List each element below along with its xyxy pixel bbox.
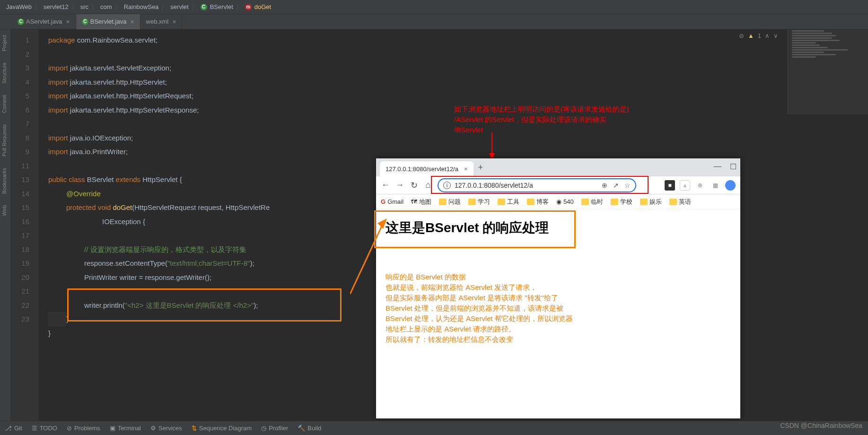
crumb-src[interactable]: src bbox=[80, 3, 88, 10]
bookmark-folder[interactable]: 问题 bbox=[439, 198, 461, 206]
red-arrow bbox=[482, 132, 501, 161]
folder-icon bbox=[468, 199, 476, 205]
bookmark-gmail[interactable]: GGmail bbox=[381, 198, 403, 205]
line-gutter: 1 2 3 4 5 6 7 8 9 11 13 14 15 16 17 18 1… bbox=[10, 29, 39, 421]
folder-icon bbox=[439, 199, 447, 205]
annotation-red-text: 如下浏览器地址栏上明明访问的是(将该请求发送给的是) /AServlet 的Se… bbox=[454, 104, 629, 135]
browser-tab-strip: 127.0.0.1:8080/servlet12/a × + — ☐ bbox=[376, 158, 740, 176]
side-web[interactable]: Web bbox=[0, 200, 10, 221]
bookmark-bar: GGmail 🗺地图 问题 学习 工具 博客 ◉540 临时 学校 娱乐 英语 bbox=[376, 194, 740, 209]
side-commit[interactable]: Commit bbox=[0, 89, 10, 119]
tab-label: AServlet.java bbox=[26, 18, 62, 25]
bookmark-folder[interactable]: 临时 bbox=[581, 198, 603, 206]
editor-tabs: C AServlet.java × C BServlet.java × web.… bbox=[0, 14, 868, 29]
folder-icon bbox=[669, 199, 677, 205]
ext-icon[interactable]: ⊕ bbox=[695, 180, 705, 191]
side-bookmarks[interactable]: Bookmarks bbox=[0, 162, 10, 200]
close-icon[interactable]: × bbox=[66, 18, 70, 26]
down-icon[interactable]: ∨ bbox=[773, 32, 778, 39]
up-icon[interactable]: ∧ bbox=[765, 32, 770, 39]
side-pull-requests[interactable]: Pull Requests bbox=[0, 119, 10, 162]
bottom-sequence[interactable]: ⇅Sequence Diagram bbox=[192, 425, 252, 432]
eye-icon[interactable]: ⊘ bbox=[739, 32, 744, 39]
extension-icons: ■ ▲ ⊕ ▦ bbox=[665, 180, 736, 191]
bottom-terminal[interactable]: ▣Terminal bbox=[110, 425, 141, 432]
crumb-pkg2[interactable]: servlet bbox=[170, 3, 188, 10]
close-icon[interactable]: × bbox=[172, 18, 176, 26]
ext-icon[interactable]: ▲ bbox=[680, 180, 690, 191]
code-minimap[interactable] bbox=[788, 29, 868, 114]
close-icon[interactable]: × bbox=[130, 18, 134, 26]
code-highlight-box bbox=[67, 288, 342, 322]
bottom-tool-bar: ⎇Git ☰TODO ⊘Problems ▣Terminal ⚙Services… bbox=[0, 421, 868, 435]
bottom-build[interactable]: 🔨Build bbox=[298, 425, 321, 432]
bookmark-folder[interactable]: 娱乐 bbox=[640, 198, 662, 206]
bottom-problems[interactable]: ⊘Problems bbox=[67, 425, 100, 432]
tab-title: 127.0.0.1:8080/servlet12/a bbox=[386, 165, 458, 173]
class-icon: C bbox=[18, 18, 24, 25]
folder-icon bbox=[640, 199, 648, 205]
reload-button[interactable]: ↻ bbox=[409, 180, 419, 191]
breadcrumb: JavaWeb〉 servlet12〉 src〉 com〉 RainbowSea… bbox=[0, 0, 868, 14]
folder-icon bbox=[498, 199, 505, 205]
warning-icon: ▲ bbox=[748, 32, 754, 39]
bookmark-maps[interactable]: 🗺地图 bbox=[411, 198, 431, 206]
folder-icon bbox=[611, 199, 618, 205]
bottom-git[interactable]: ⎇Git bbox=[5, 425, 22, 432]
new-tab-button[interactable]: + bbox=[478, 163, 483, 173]
browser-window: 127.0.0.1:8080/servlet12/a × + — ☐ ← → ↻… bbox=[376, 158, 740, 418]
ext-icon[interactable] bbox=[725, 180, 736, 191]
folder-icon bbox=[527, 199, 535, 205]
forward-button[interactable]: → bbox=[395, 180, 404, 190]
crumb-method[interactable]: doGet bbox=[254, 3, 271, 10]
maximize-icon[interactable]: ☐ bbox=[730, 162, 736, 171]
ext-icon[interactable]: ▦ bbox=[710, 180, 720, 191]
minimize-icon[interactable]: — bbox=[714, 162, 721, 171]
ext-icon[interactable]: ■ bbox=[665, 180, 675, 191]
class-icon: C bbox=[201, 4, 207, 10]
url-highlight-box bbox=[431, 176, 649, 194]
watermark: CSDN @ChinaRainbowSea bbox=[780, 422, 862, 429]
tab-label: BServlet.java bbox=[90, 18, 127, 25]
annotation-orange-text: 响应的是 BServlet 的数据 也就是说，前端浏览器给 AServlet 发… bbox=[386, 272, 573, 345]
tab-label: web.xml bbox=[146, 18, 169, 25]
crumb-project[interactable]: JavaWeb bbox=[6, 3, 32, 10]
svg-line-2 bbox=[350, 223, 383, 294]
inspection-indicators[interactable]: ⊘ ▲ 1 ∧ ∨ bbox=[739, 32, 778, 39]
crumb-module[interactable]: servlet12 bbox=[44, 3, 69, 10]
back-button[interactable]: ← bbox=[381, 180, 390, 190]
side-structure[interactable]: Structure bbox=[0, 57, 10, 89]
git-icon: ⎇ bbox=[5, 425, 12, 432]
left-tool-tabs: Project Structure Commit Pull Requests B… bbox=[0, 29, 10, 421]
bookmark-folder[interactable]: 英语 bbox=[669, 198, 691, 206]
bookmark-folder[interactable]: 工具 bbox=[498, 198, 519, 206]
folder-icon bbox=[581, 199, 589, 205]
crumb-class[interactable]: BServlet bbox=[210, 3, 233, 10]
bookmark-folder[interactable]: 博客 bbox=[527, 198, 549, 206]
crumb-pkg[interactable]: RainbowSea bbox=[124, 3, 159, 10]
bottom-profiler[interactable]: ◷Profiler bbox=[261, 425, 288, 432]
content-highlight-box bbox=[374, 210, 576, 248]
orange-arrow bbox=[350, 218, 393, 294]
bookmark-folder[interactable]: 学习 bbox=[468, 198, 490, 206]
bottom-todo[interactable]: ☰TODO bbox=[32, 425, 57, 432]
class-icon: C bbox=[82, 18, 88, 25]
bottom-services[interactable]: ⚙Services bbox=[150, 425, 182, 432]
bookmark-folder[interactable]: 学校 bbox=[611, 198, 632, 206]
svg-marker-3 bbox=[377, 218, 387, 229]
close-icon[interactable]: × bbox=[464, 165, 468, 173]
bookmark-540[interactable]: ◉540 bbox=[556, 198, 574, 205]
method-icon: m bbox=[245, 4, 252, 10]
side-project[interactable]: Project bbox=[0, 29, 10, 57]
warning-count: 1 bbox=[758, 32, 761, 39]
tab-aservlet[interactable]: C AServlet.java × bbox=[12, 14, 76, 29]
browser-tab[interactable]: 127.0.0.1:8080/servlet12/a × bbox=[380, 161, 473, 176]
crumb-com[interactable]: com bbox=[100, 3, 112, 10]
tab-webxml[interactable]: web.xml × bbox=[140, 14, 183, 29]
tab-bservlet[interactable]: C BServlet.java × bbox=[76, 14, 140, 29]
